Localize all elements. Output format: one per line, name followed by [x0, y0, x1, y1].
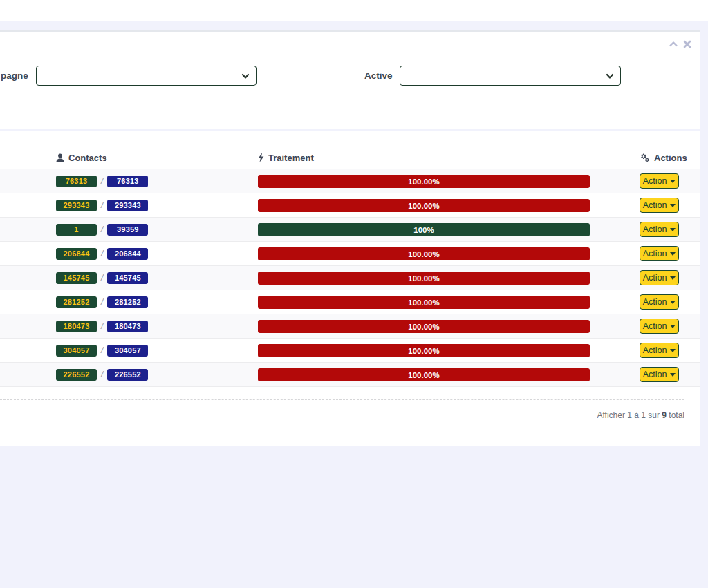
campaigns-table-panel: Contacts Traitement Actions 76313 [0, 131, 700, 446]
contacts-cell: 145745 / 145745 [56, 266, 148, 290]
total-count: 9 [662, 410, 667, 420]
chevron-down-icon [606, 72, 614, 80]
contacts-cell: 76313 / 76313 [56, 169, 148, 193]
column-header-label: Actions [654, 153, 687, 163]
caret-down-icon [670, 228, 676, 231]
action-button[interactable]: Action [640, 198, 679, 213]
action-button-label: Action [643, 200, 667, 210]
action-button-label: Action [643, 321, 667, 331]
campagne-select[interactable] [36, 66, 257, 86]
caret-down-icon [670, 180, 676, 183]
action-button-label: Action [643, 345, 667, 355]
contacts-total-badge: 39359 [107, 224, 148, 236]
contacts-separator: / [101, 370, 103, 379]
contacts-done-badge: 304057 [56, 345, 97, 357]
close-panel-icon[interactable] [683, 40, 691, 48]
user-icon [56, 153, 64, 162]
action-button[interactable]: Action [640, 173, 679, 189]
contacts-separator: / [101, 345, 103, 355]
collapse-panel-icon[interactable] [669, 40, 678, 48]
bolt-icon [258, 153, 264, 162]
caret-down-icon [670, 325, 676, 328]
action-button[interactable]: Action [640, 222, 679, 237]
active-label: Active [364, 70, 393, 82]
action-button[interactable]: Action [640, 367, 679, 382]
chevron-down-icon [241, 72, 250, 80]
contacts-cell: 304057 / 304057 [56, 339, 148, 362]
filters-panel: pagne Active [0, 30, 700, 129]
table-row: 226552 / 226552 100.00% Action [0, 363, 700, 387]
top-bar [0, 0, 708, 21]
action-button-label: Action [643, 297, 667, 307]
contacts-done-badge: 180473 [56, 321, 97, 332]
contacts-done-badge: 293343 [56, 200, 97, 211]
progress-bar: 100.00% [258, 296, 590, 309]
progress-bar: 100.00% [258, 199, 590, 212]
action-button-label: Action [643, 370, 667, 379]
caret-down-icon [670, 349, 676, 352]
contacts-separator: / [101, 225, 103, 234]
action-button[interactable]: Action [640, 294, 679, 310]
contacts-separator: / [101, 249, 103, 258]
action-button[interactable]: Action [640, 343, 679, 358]
campagne-label: pagne [1, 70, 28, 82]
action-button[interactable]: Action [640, 319, 679, 334]
table-row: 76313 / 76313 100.00% Action [0, 169, 700, 193]
caret-down-icon [670, 276, 676, 280]
action-button[interactable]: Action [640, 246, 679, 261]
action-button-label: Action [643, 249, 667, 258]
contacts-separator: / [101, 321, 103, 331]
table-row: 304057 / 304057 100.00% Action [0, 339, 700, 363]
column-header-traitement: Traitement [258, 151, 314, 164]
contacts-total-badge: 180473 [107, 321, 148, 332]
table-body: 76313 / 76313 100.00% Action 293343 / 29… [0, 169, 700, 387]
caret-down-icon [670, 204, 676, 207]
contacts-total-badge: 293343 [107, 200, 148, 211]
table-row: 293343 / 293343 100.00% Action [0, 193, 700, 218]
gears-icon [640, 153, 650, 162]
caret-down-icon [670, 301, 676, 304]
pagination-info: Afficher 1 à 1 sur 9 total [597, 409, 684, 421]
column-header-label: Traitement [268, 153, 314, 163]
table-row: 206844 / 206844 100.00% Action [0, 242, 700, 266]
contacts-total-badge: 145745 [107, 272, 148, 284]
contacts-separator: / [101, 297, 103, 307]
table-row: 180473 / 180473 100.00% Action [0, 314, 700, 339]
progress-bar: 100.00% [258, 344, 590, 357]
progress-bar: 100.00% [258, 368, 590, 381]
progress-bar: 100.00% [258, 175, 590, 188]
panel-tools [669, 40, 691, 48]
contacts-cell: 281252 / 281252 [56, 290, 148, 314]
contacts-done-badge: 281252 [56, 296, 97, 308]
filters-panel-heading [0, 32, 700, 57]
table-row: 1 / 39359 100% Action [0, 218, 700, 242]
column-header-actions: Actions [640, 151, 687, 164]
contacts-total-badge: 304057 [107, 345, 148, 357]
contacts-done-badge: 226552 [56, 369, 97, 381]
contacts-done-badge: 206844 [56, 248, 97, 260]
contacts-total-badge: 76313 [107, 176, 148, 187]
action-button-label: Action [643, 225, 667, 234]
contacts-cell: 293343 / 293343 [56, 193, 148, 217]
progress-bar: 100.00% [258, 320, 590, 333]
table-header-row: Contacts Traitement Actions [0, 146, 700, 169]
contacts-separator: / [101, 176, 103, 186]
caret-down-icon [670, 373, 676, 377]
action-button-label: Action [643, 176, 667, 186]
caret-down-icon [670, 252, 676, 256]
contacts-separator: / [101, 200, 103, 210]
table-footer-divider [0, 399, 684, 400]
active-select[interactable] [400, 66, 621, 86]
progress-bar: 100.00% [258, 272, 590, 285]
contacts-separator: / [101, 273, 103, 283]
contacts-cell: 226552 / 226552 [56, 363, 148, 386]
column-header-label: Contacts [68, 153, 107, 163]
action-button[interactable]: Action [640, 270, 679, 285]
action-button-label: Action [643, 273, 667, 283]
table-row: 281252 / 281252 100.00% Action [0, 290, 700, 314]
progress-bar: 100.00% [258, 247, 590, 260]
contacts-cell: 1 / 39359 [56, 218, 148, 241]
contacts-done-badge: 1 [56, 224, 97, 236]
contacts-done-badge: 145745 [56, 272, 97, 284]
contacts-done-badge: 76313 [56, 176, 97, 187]
